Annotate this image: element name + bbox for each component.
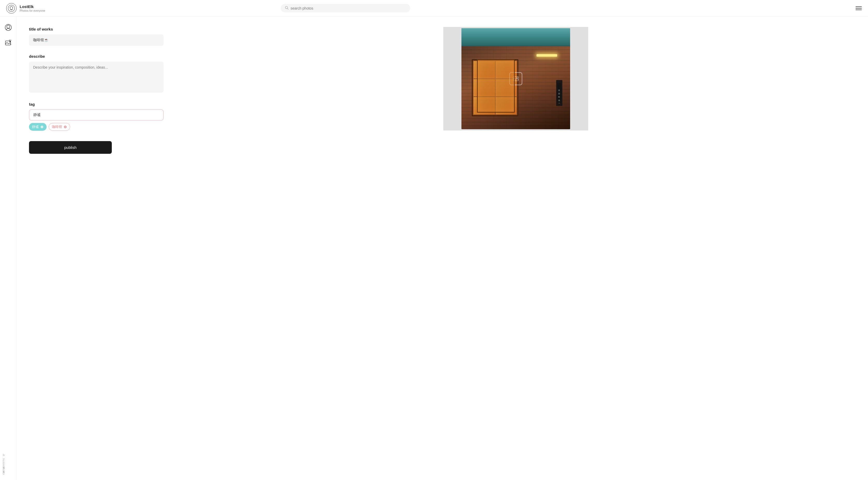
logo-icon[interactable] [6,3,17,13]
photo-window-frame [472,59,518,116]
tag-label: tag [29,102,163,107]
publish-button[interactable]: publish [29,141,112,154]
photo-sign: 念 旧 时 光 铺 [556,80,562,106]
sidebar-item-home[interactable] [4,23,13,32]
tag-add-icon: ⊕ [40,125,43,129]
svg-point-7 [7,25,10,28]
photo-neon-light [536,54,557,57]
logo-area: LostElk Photos for everyone [6,3,58,13]
window-pane-6 [496,97,517,114]
tag-remove-icon: ⊖ [64,125,67,129]
tag-suggestions: 静谧 ⊕ 咖啡馆 ⊖ [29,123,163,131]
main-content: title of works describe tag 静谧 ⊕ 咖啡馆 ⊖ [17,17,868,164]
svg-rect-13 [557,83,561,103]
search-icon [285,6,288,10]
svg-text:铺: 铺 [558,103,561,103]
describe-textarea[interactable] [29,62,163,93]
describe-label: describe [29,54,163,59]
sidebar [0,17,17,480]
menu-button[interactable] [856,6,862,10]
sidebar-item-upload[interactable] [4,38,13,48]
form-section: title of works describe tag 静谧 ⊕ 咖啡馆 ⊖ [29,27,163,154]
brand-tagline: Photos for everyone [20,9,45,12]
photo-preview-container: 念 旧 时 光 铺 [443,27,588,130]
svg-line-12 [10,40,11,41]
photo-window-area [472,59,518,116]
window-pane-2 [496,61,517,79]
title-input[interactable] [29,34,163,46]
photo-overlay-icon [509,72,522,85]
header: LostElk Photos for everyone [0,0,868,17]
tag-remove-text: 咖啡馆 [52,124,62,129]
search-bar [281,4,410,12]
brand-name: LostElk [20,4,45,9]
tag-add-chip[interactable]: 静谧 ⊕ [29,123,46,131]
describe-group: describe [29,54,163,94]
title-group: title of works [29,27,163,46]
photo-roof [461,28,570,46]
title-label: title of works [29,27,163,31]
window-pane-5 [474,97,495,114]
svg-line-6 [287,8,288,9]
hamburger-icon [856,6,862,10]
footer-icp: 粤ICP备2020005791号 [2,458,5,475]
svg-point-1 [10,6,13,9]
tag-input[interactable] [29,110,163,120]
window-pane-4 [496,79,517,96]
tag-add-text: 静谧 [32,124,39,129]
preview-section: 念 旧 时 光 铺 [176,27,856,154]
brand-text: LostElk Photos for everyone [20,4,45,12]
svg-point-20 [517,78,518,79]
search-wrapper [281,4,410,12]
tag-group: tag 静谧 ⊕ 咖啡馆 ⊖ [29,102,163,131]
svg-rect-19 [513,77,518,81]
svg-point-10 [9,41,10,42]
search-input[interactable] [291,6,406,10]
window-pane-1 [474,61,495,79]
photo-preview: 念 旧 时 光 铺 [461,28,570,129]
window-pane-3 [474,79,495,96]
tag-remove-chip[interactable]: 咖啡馆 ⊖ [49,123,70,131]
